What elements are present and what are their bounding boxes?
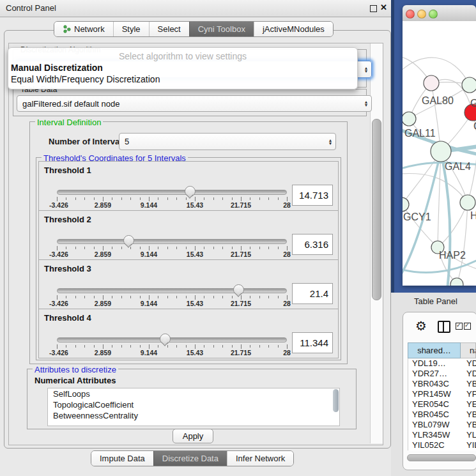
apply-button-label: Apply	[183, 431, 204, 441]
network-node[interactable]	[431, 141, 451, 162]
table-row[interactable]: YDL19…YDL1	[408, 358, 476, 369]
table-row[interactable]: YLR345WYLR3	[408, 430, 476, 440]
slider-thumb[interactable]	[123, 235, 134, 246]
checkbox-icon[interactable]	[464, 323, 471, 330]
settings-scrollbar-thumb[interactable]	[372, 119, 381, 300]
checkbox-icon[interactable]	[456, 323, 463, 330]
cell-shared-name[interactable]: YLR345W	[408, 430, 464, 440]
slider-track[interactable]	[57, 337, 287, 342]
cell-shared-name[interactable]: YDR27…	[408, 369, 464, 379]
threshold-label: Threshold 4	[44, 313, 91, 323]
cell-shared-name[interactable]: YBL079W	[408, 420, 464, 430]
attribute-list-item[interactable]: TopologicalCoefficient	[48, 399, 339, 410]
cell-name[interactable]: YDL1	[464, 358, 476, 369]
network-node[interactable]	[403, 197, 409, 211]
tab-discretize-data[interactable]: Discretize Data	[153, 451, 227, 466]
network-node[interactable]	[462, 77, 476, 93]
slider-thumb[interactable]	[160, 334, 171, 344]
slider-axis-labels: -3.4262.8599.14415.4321.71528	[57, 201, 287, 209]
network-node-label: H	[470, 210, 476, 221]
network-node[interactable]	[460, 195, 475, 210]
table-row[interactable]: YBL079WYBL0	[408, 420, 476, 430]
attribute-list-item[interactable]: SelfLoops	[48, 388, 339, 399]
gear-icon[interactable]: ⚙	[415, 318, 427, 334]
attributes-scrollbar-thumb[interactable]	[333, 389, 339, 412]
threshold-value-field[interactable]: 21.4	[292, 283, 333, 304]
tab-network[interactable]: Network	[54, 22, 113, 36]
cell-shared-name[interactable]: YPR145W	[408, 389, 464, 399]
column-header-name[interactable]: na	[461, 342, 476, 358]
slider-track[interactable]	[57, 239, 287, 244]
network-node-label: GAL4	[445, 161, 471, 172]
number-of-intervals-value: 5	[125, 137, 129, 146]
dropdown-prompt: Select algorithm to view settings	[8, 51, 357, 61]
cell-name[interactable]: YDR2	[464, 369, 476, 379]
table-row[interactable]: YBR045CYBR0	[408, 410, 476, 420]
network-node-label: GCY1	[403, 211, 431, 222]
network-node[interactable]	[403, 112, 416, 126]
attributes-group-title: Attributes to discretize	[33, 365, 118, 374]
number-of-intervals-combobox[interactable]: 5 ▴▾	[119, 133, 336, 150]
tab-infer-network[interactable]: Infer Network	[227, 451, 293, 466]
threshold-row: Threshold 3-3.4262.8599.14415.4321.71528…	[38, 259, 339, 309]
cell-shared-name[interactable]: YDL19…	[408, 358, 464, 369]
network-window-titlebar[interactable]	[403, 5, 476, 22]
cell-shared-name[interactable]: YBR045C	[408, 410, 464, 420]
table-rows: YDL19…YDL1YDR27…YDR2YBR043CYBR0YPR145WYP…	[408, 358, 476, 450]
numerical-attributes-list[interactable]: SelfLoopsTopologicalCoefficientBetweenne…	[47, 388, 340, 426]
table-row[interactable]: YIL052CYIL0	[408, 440, 476, 450]
network-icon	[63, 25, 71, 33]
slider-thumb[interactable]	[185, 186, 196, 197]
threshold-value-field[interactable]: 14.713	[292, 185, 333, 206]
table-panel-title: Table Panel	[414, 296, 457, 306]
cell-name[interactable]: YBR0	[464, 410, 476, 420]
network-edge[interactable]	[438, 203, 468, 247]
tab-infer-network-label: Infer Network	[236, 454, 285, 463]
table-data-combobox[interactable]: galFiltered.sif default node ▴▾	[17, 95, 372, 112]
table-row[interactable]: YER054CYER0	[408, 399, 476, 410]
dropdown-option-manual[interactable]: Manual Discretization	[8, 62, 357, 73]
cell-shared-name[interactable]: YBR043C	[408, 379, 464, 389]
cell-name[interactable]: YPR1	[464, 389, 476, 399]
slider-track[interactable]	[57, 288, 287, 293]
close-icon[interactable]: ✕	[380, 3, 387, 12]
network-node-label: HAP2	[439, 250, 466, 261]
column-header-shared-name[interactable]: shared…	[408, 342, 461, 358]
threshold-label: Threshold 1	[44, 165, 91, 175]
slider-thumb[interactable]	[233, 284, 244, 295]
float-window-icon[interactable]	[370, 5, 377, 12]
number-of-intervals-label: Number of Intervals	[49, 137, 127, 146]
network-canvas[interactable]: GAL80G.CGAL11GAL4GCY1HHAP2	[403, 21, 476, 286]
tab-network-label: Network	[74, 24, 105, 34]
column-layout-icon[interactable]	[438, 321, 450, 333]
cell-name[interactable]: YLR3	[464, 430, 476, 440]
tab-style[interactable]: Style	[113, 22, 149, 36]
network-node-label: C	[473, 121, 476, 132]
table-row[interactable]: YBR043CYBR0	[408, 379, 476, 389]
tab-cyni-toolbox[interactable]: Cyni Toolbox	[189, 22, 254, 36]
close-traffic-light-icon[interactable]	[406, 10, 415, 19]
slider-track[interactable]	[57, 190, 287, 195]
attribute-list-item[interactable]: BetweennessCentrality	[48, 410, 339, 421]
threshold-value-field[interactable]: 11.344	[292, 332, 333, 353]
algorithm-dropdown-popup: Select algorithm to view settings Manual…	[8, 47, 358, 89]
network-node[interactable]	[424, 75, 439, 91]
table-row[interactable]: YDR27…YDR2	[408, 369, 476, 379]
cell-name[interactable]: YER0	[464, 399, 476, 410]
cell-name[interactable]: YBR0	[464, 379, 476, 389]
cell-shared-name[interactable]: YER054C	[408, 399, 464, 410]
numerical-attributes-label: Numerical Attributes	[35, 376, 116, 385]
tab-jactivemnodules[interactable]: jActiveMNodules	[254, 22, 333, 36]
dropdown-option-equal-width[interactable]: Equal Width/Frequency Discretization	[8, 73, 357, 85]
threshold-value-field[interactable]: 6.316	[292, 234, 333, 255]
tab-impute-data[interactable]: Impute Data	[91, 451, 153, 466]
cell-name[interactable]: YIL0	[464, 440, 476, 450]
cell-name[interactable]: YBL0	[464, 420, 476, 430]
zoom-traffic-light-icon[interactable]	[429, 10, 438, 19]
table-row[interactable]: YPR145WYPR1	[408, 389, 476, 399]
tab-select[interactable]: Select	[149, 22, 189, 36]
minimize-traffic-light-icon[interactable]	[417, 10, 426, 19]
table-horizontal-scrollbar[interactable]	[407, 454, 476, 461]
cell-shared-name[interactable]: YIL052C	[408, 440, 464, 450]
apply-button[interactable]: Apply	[173, 429, 213, 443]
